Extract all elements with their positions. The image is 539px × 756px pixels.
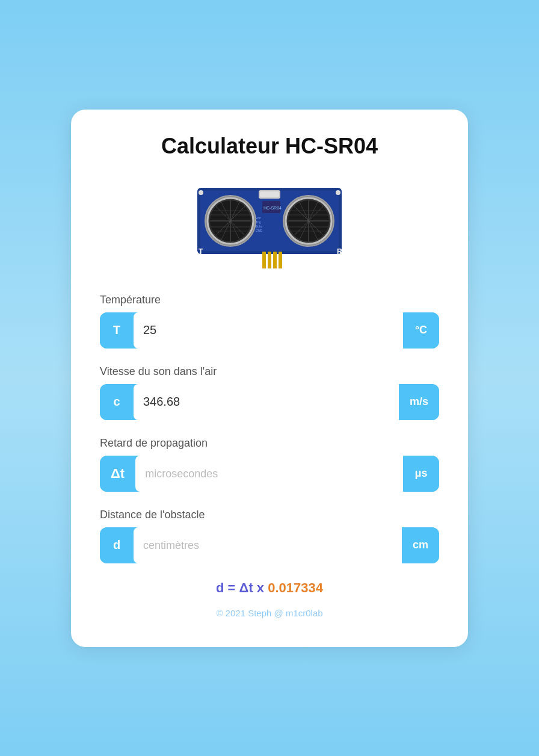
distance-label: Distance de l'obstacle	[100, 509, 439, 521]
temperature-prefix: T	[100, 312, 134, 349]
speed-label: Vitesse du son dans l'air	[100, 365, 439, 378]
svg-text:HC-SR04: HC-SR04	[263, 206, 282, 210]
svg-rect-37	[260, 191, 279, 197]
svg-rect-49	[279, 252, 282, 268]
footer-text: © 2021 Steph @ m1cr0lab	[100, 608, 439, 618]
svg-rect-47	[268, 252, 271, 268]
delay-input-row: Δt μs	[100, 456, 439, 492]
speed-suffix: m/s	[399, 384, 439, 420]
svg-point-44	[199, 190, 203, 195]
delay-label: Retard de propagation	[100, 437, 439, 450]
formula-highlight-text: 0.017334	[268, 580, 323, 595]
delay-suffix: μs	[403, 456, 439, 492]
distance-suffix: cm	[402, 527, 439, 563]
speed-prefix: c	[100, 384, 134, 420]
svg-text:R: R	[337, 247, 342, 256]
formula-section: d = Δt x 0.017334	[100, 580, 439, 596]
sensor-illustration: T R HC-SR04	[191, 176, 348, 272]
svg-text:Vcc: Vcc	[256, 216, 261, 220]
speed-input-row: c m/s	[100, 384, 439, 420]
formula-main-text: d = Δt x	[216, 580, 268, 595]
svg-text:GND: GND	[256, 229, 263, 232]
delay-group: Retard de propagation Δt μs	[100, 437, 439, 492]
svg-point-45	[336, 190, 340, 195]
delay-prefix: Δt	[100, 456, 135, 492]
speed-group: Vitesse du son dans l'air c m/s	[100, 365, 439, 420]
main-card: Calculateur HC-SR04	[71, 110, 468, 647]
temperature-suffix: °C	[403, 312, 439, 349]
distance-input[interactable]	[134, 527, 402, 563]
svg-text:T: T	[199, 247, 203, 256]
distance-prefix: d	[100, 527, 134, 563]
svg-rect-48	[273, 252, 277, 268]
speed-input[interactable]	[134, 384, 399, 420]
delay-input[interactable]	[135, 456, 403, 492]
svg-text:Trig: Trig	[256, 220, 261, 224]
distance-input-row: d cm	[100, 527, 439, 563]
temperature-input-row: T °C	[100, 312, 439, 349]
temperature-input[interactable]	[134, 312, 403, 349]
distance-group: Distance de l'obstacle d cm	[100, 509, 439, 563]
sensor-image-container: T R HC-SR04	[100, 176, 439, 272]
svg-text:Echo: Echo	[256, 225, 263, 228]
svg-rect-46	[262, 252, 266, 268]
page-title: Calculateur HC-SR04	[100, 134, 439, 159]
temperature-group: Température T °C	[100, 294, 439, 349]
temperature-label: Température	[100, 294, 439, 306]
